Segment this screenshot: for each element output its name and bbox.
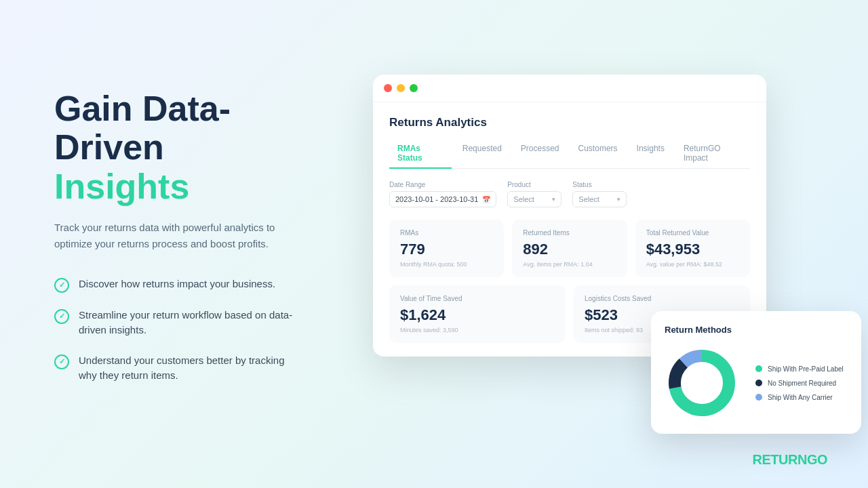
product-label: Product	[507, 181, 561, 188]
product-select[interactable]: Select ▾	[507, 191, 561, 207]
date-range-value: 2023-10-01 - 2023-10-31	[395, 195, 478, 203]
dot-red	[384, 84, 392, 92]
list-item: Streamline your return workflow based on…	[54, 308, 298, 338]
stat-label-returned-items: Returned Items	[523, 229, 616, 237]
stat-sub-rmas: Monthly RMA quota: 500	[400, 261, 493, 268]
check-icon	[54, 354, 69, 369]
stat-label-rmas: RMAs	[400, 229, 493, 237]
stat-value-time-saved: $1,624	[400, 306, 555, 324]
tab-requested[interactable]: Requested	[454, 139, 510, 169]
feature-text-3: Understand your customers better by trac…	[79, 353, 298, 384]
stat-sub-returned-items: Avg. items per RMA: 1.04	[523, 261, 616, 268]
dot-yellow	[397, 84, 405, 92]
tab-returngo-impact[interactable]: ReturnGO Impact	[675, 139, 750, 169]
logo-black: RETURN	[753, 452, 807, 467]
svg-point-3	[682, 363, 722, 403]
product-placeholder: Select	[513, 195, 534, 203]
check-icon	[54, 309, 69, 324]
chevron-down-icon: ▾	[617, 196, 620, 203]
chevron-down-icon: ▾	[552, 196, 555, 203]
stat-sub-total-value: Avg. value per RMA: $48.52	[646, 261, 739, 268]
status-placeholder: Select	[578, 195, 599, 203]
stat-sub-time-saved: Minutes saved: 3,590	[400, 327, 555, 333]
headline-black: Gain Data-Driven	[54, 89, 231, 167]
feature-text-1: Discover how returns impact your busines…	[79, 277, 275, 292]
status-select[interactable]: Select ▾	[572, 191, 627, 207]
check-icon	[54, 278, 69, 293]
legend-label-any-carrier: Ship With Any Carrier	[768, 394, 833, 401]
filters-row: Date Range 2023-10-01 - 2023-10-31 📅 Pro…	[389, 181, 750, 207]
stat-label-total-value: Total Returned Value	[646, 229, 739, 237]
legend-item-any-carrier: Ship With Any Carrier	[755, 394, 844, 401]
list-item: Understand your customers better by trac…	[54, 353, 298, 384]
legend-item-prepaid: Ship With Pre-Paid Label	[755, 365, 844, 373]
subtitle: Track your returns data with powerful an…	[54, 220, 298, 252]
legend-dot-no-shipment	[755, 380, 762, 386]
headline-teal: Insights	[54, 167, 189, 206]
right-panel: Returns Analytics RMAs Status Requested …	[353, 0, 868, 488]
donut-title: Return Methods	[665, 325, 848, 335]
stat-value-returned-items: 892	[523, 241, 616, 258]
legend-label-no-shipment: No Shipment Required	[768, 380, 836, 387]
date-range-input[interactable]: 2023-10-01 - 2023-10-31 📅	[389, 191, 496, 207]
status-filter: Status Select ▾	[572, 181, 627, 207]
logo-teal: GO	[807, 452, 827, 467]
donut-card: Return Methods Ship With Pr	[651, 311, 861, 434]
stat-card-total-value: Total Returned Value $43,953 Avg. value …	[635, 220, 750, 277]
donut-chart	[665, 346, 739, 420]
stat-value-rmas: 779	[400, 241, 493, 258]
legend-dot-any-carrier	[755, 394, 762, 401]
donut-content: Ship With Pre-Paid Label No Shipment Req…	[665, 346, 848, 420]
legend-item-no-shipment: No Shipment Required	[755, 380, 844, 387]
returngo-logo: RETURNGO	[753, 452, 827, 468]
stat-label-logistics-saved: Logistics Costs Saved	[585, 295, 739, 302]
feature-list: Discover how returns impact your busines…	[54, 277, 298, 384]
list-item: Discover how returns impact your busines…	[54, 277, 298, 293]
page-title: Returns Analytics	[389, 116, 750, 129]
tab-customers[interactable]: Customers	[570, 139, 626, 169]
tab-processed[interactable]: Processed	[513, 139, 568, 169]
legend-dot-prepaid	[755, 365, 762, 372]
stat-card-rmas: RMAs 779 Monthly RMA quota: 500	[389, 220, 504, 277]
product-filter: Product Select ▾	[507, 181, 561, 207]
date-range-filter: Date Range 2023-10-01 - 2023-10-31 📅	[389, 181, 496, 207]
tab-rmas-status[interactable]: RMAs Status	[389, 139, 452, 169]
feature-text-2: Streamline your return workflow based on…	[79, 308, 298, 338]
legend-label-prepaid: Ship With Pre-Paid Label	[768, 365, 844, 373]
dot-green	[410, 84, 418, 92]
status-label: Status	[572, 181, 627, 188]
browser-titlebar	[373, 75, 766, 102]
date-range-label: Date Range	[389, 181, 496, 188]
tabs-bar: RMAs Status Requested Processed Customer…	[389, 139, 750, 169]
stat-cards-row-1: RMAs 779 Monthly RMA quota: 500 Returned…	[389, 220, 750, 277]
tab-insights[interactable]: Insights	[629, 139, 673, 169]
calendar-icon: 📅	[482, 196, 490, 203]
donut-legend: Ship With Pre-Paid Label No Shipment Req…	[755, 365, 844, 401]
stat-value-total-value: $43,953	[646, 241, 739, 258]
left-panel: Gain Data-Driven Insights Track your ret…	[0, 49, 353, 439]
stat-card-time-saved: Value of Time Saved $1,624 Minutes saved…	[389, 285, 566, 343]
headline: Gain Data-Driven Insights	[54, 89, 298, 206]
stat-card-returned-items: Returned Items 892 Avg. items per RMA: 1…	[512, 220, 627, 277]
stat-label-time-saved: Value of Time Saved	[400, 295, 555, 302]
